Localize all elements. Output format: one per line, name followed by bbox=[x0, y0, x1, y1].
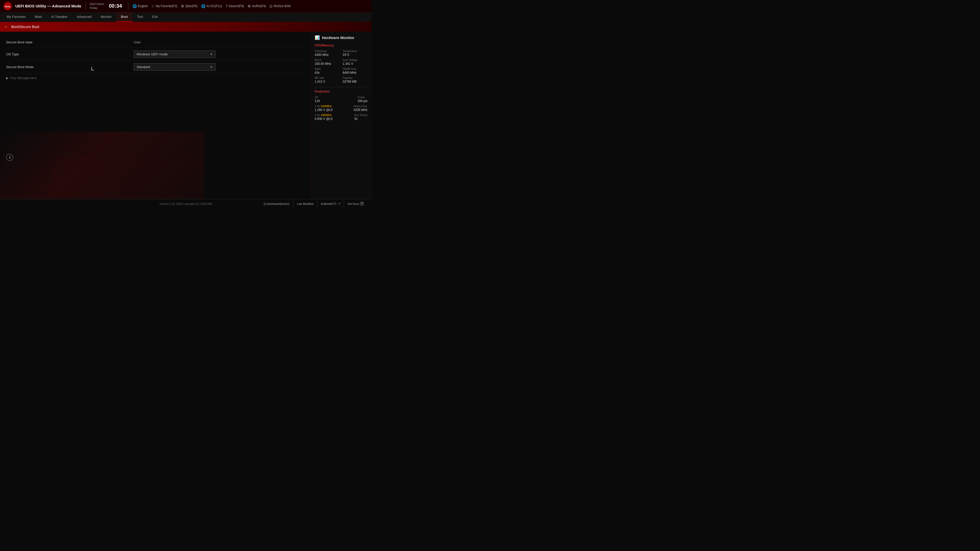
pred-v-5205: V for 5205MHz 1.260 V @L5 bbox=[315, 105, 332, 112]
stat-core-voltage: Core Voltage 1.341 V bbox=[343, 59, 368, 65]
shortcut-aioc[interactable]: 🌐 AI OC(F11) bbox=[201, 4, 222, 8]
os-type-dropdown[interactable]: Windows UEFI mode ▼ bbox=[134, 51, 215, 58]
nav-main[interactable]: Main bbox=[30, 12, 46, 22]
nav-monitor[interactable]: Monitor bbox=[96, 12, 116, 22]
stat-temperature-label: Temperature bbox=[343, 50, 368, 52]
nav-advanced[interactable]: Advanced bbox=[72, 12, 96, 22]
stat-core-voltage-value: 1.341 V bbox=[343, 62, 368, 65]
datetime-display: 09/27/2024 Friday bbox=[90, 2, 104, 10]
cpu-memory-stats-grid: Frequency 4300 MHz Temperature 33°C BCLK… bbox=[315, 50, 368, 83]
breadcrumb: ← Boot\Secure Boot bbox=[0, 22, 372, 32]
pred-v-5205-label: V for 5205MHz bbox=[315, 105, 332, 108]
resizebar-icon: ⊡ bbox=[269, 4, 272, 8]
footer-version: Version 2.22.1284 Copyright (C) 2024 AMI bbox=[159, 202, 212, 205]
key-management-label: Key Management bbox=[11, 76, 37, 80]
shortcut-search[interactable]: ? Search(F9) bbox=[226, 4, 244, 8]
secure-boot-state-label: Secure Boot state bbox=[6, 40, 134, 44]
app-title: UEFI BIOS Utility — Advanced Mode bbox=[15, 4, 81, 8]
footer-hotkeys-button[interactable]: Hot Keys ? bbox=[344, 199, 368, 208]
pred-cooler-label: Cooler bbox=[358, 96, 368, 99]
stat-bclk-label: BCLK bbox=[315, 59, 340, 62]
stat-mc-volt-label: MC Volt. bbox=[315, 76, 340, 79]
svg-text:ROG: ROG bbox=[5, 5, 11, 8]
submenu-arrow-icon: ▶ bbox=[6, 76, 8, 80]
content-area: Secure Boot state User OS Type Windows U… bbox=[0, 32, 310, 199]
secure-boot-mode-value: Standard bbox=[137, 65, 150, 69]
fan-icon: ⚙ bbox=[181, 4, 184, 8]
info-area: ℹ bbox=[6, 154, 304, 161]
pred-5205mhz-highlight: 5205MHz bbox=[321, 105, 332, 108]
pred-sp-value: 119 bbox=[315, 99, 320, 103]
shortcut-search-label: Search(F9) bbox=[229, 4, 244, 8]
nav-tool[interactable]: Tool bbox=[132, 12, 148, 22]
nav-exit[interactable]: Exit bbox=[148, 12, 162, 22]
prediction-row-4300mhz: V for 4300MHz 0.930 V @L5 Dos Thresh 91 bbox=[315, 114, 368, 121]
os-type-dropdown-arrow: ▼ bbox=[210, 53, 213, 56]
pred-heavy-freq: Heavy Freq 5205 MHz bbox=[353, 105, 368, 112]
globe-icon: 🌐 bbox=[132, 4, 137, 8]
stat-temperature: Temperature 33°C bbox=[343, 50, 368, 57]
header-shortcuts: 🌐 English ☆ My Favorite(F3) ⚙ Qfan(F6) 🌐… bbox=[132, 4, 291, 8]
stat-bclk-value: 100.00 MHz bbox=[315, 62, 340, 65]
ezmode-arrow-icon: ⊣ bbox=[337, 202, 340, 206]
shortcut-aura-label: AURA(F4) bbox=[252, 4, 266, 8]
shortcut-resizebar[interactable]: ⊡ ReSize BAR bbox=[269, 4, 291, 8]
hw-monitor-title: 📊 Hardware Monitor bbox=[315, 35, 368, 40]
nav-boot[interactable]: Boot bbox=[116, 12, 132, 22]
shortcut-aura[interactable]: ⚙ AURA(F4) bbox=[248, 4, 266, 8]
nav-ai-tweaker[interactable]: Ai Tweaker bbox=[47, 12, 72, 22]
pred-cooler-value: 166 pts bbox=[358, 99, 368, 103]
stat-dram-freq-value: 6400 MHz bbox=[343, 71, 368, 75]
key-management-submenu[interactable]: ▶ Key Management bbox=[6, 73, 304, 83]
os-type-value: Windows UEFI mode bbox=[137, 52, 168, 56]
stat-mc-volt: MC Volt. 1.412 V bbox=[315, 76, 340, 83]
prediction-section-title: Prediction bbox=[315, 90, 368, 94]
breadcrumb-back-button[interactable]: ← bbox=[4, 24, 8, 29]
header-bar: ROG UEFI BIOS Utility — Advanced Mode 09… bbox=[0, 0, 372, 12]
footer-last-modified-button[interactable]: Last Modified bbox=[293, 199, 317, 208]
footer-bar: Version 2.22.1284 Copyright (C) 2024 AMI… bbox=[0, 199, 372, 208]
secure-boot-mode-dropdown[interactable]: Standard ▼ bbox=[134, 63, 215, 71]
navigation-bar: My Favorites Main Ai Tweaker Advanced Mo… bbox=[0, 12, 372, 22]
shortcut-myfavorite[interactable]: ☆ My Favorite(F3) bbox=[151, 4, 177, 8]
pred-sp: SP 119 bbox=[315, 96, 320, 103]
stat-capacity-value: 32768 MB bbox=[343, 80, 368, 83]
nav-my-favorites[interactable]: My Favorites bbox=[2, 12, 30, 22]
shortcut-qfan[interactable]: ⚙ Qfan(F6) bbox=[181, 4, 197, 8]
hw-monitor-icon: 📊 bbox=[315, 35, 320, 40]
pred-v-4300-label: V for 4300MHz bbox=[315, 114, 332, 117]
pred-dos-thresh-label: Dos Thresh bbox=[354, 114, 368, 117]
stat-dram-freq: DRAM Freq. 6400 MHz bbox=[343, 68, 368, 75]
info-icon[interactable]: ℹ bbox=[6, 154, 13, 161]
stat-frequency: Frequency 4300 MHz bbox=[315, 50, 340, 57]
footer-ezmode-button[interactable]: EzMode(F7) ⊣ bbox=[317, 199, 344, 208]
pred-dos-thresh-value: 91 bbox=[354, 117, 368, 121]
stat-ratio-value: 43x bbox=[315, 71, 340, 75]
prediction-row-sp-cooler: SP 119 Cooler 166 pts bbox=[315, 96, 368, 103]
stat-bclk: BCLK 100.00 MHz bbox=[315, 59, 340, 65]
hotkeys-badge: ? bbox=[360, 202, 364, 206]
setting-row-secure-boot-mode: Secure Boot Mode Standard ▼ bbox=[6, 61, 304, 73]
stat-frequency-value: 4300 MHz bbox=[315, 53, 340, 57]
stat-frequency-label: Frequency bbox=[315, 50, 340, 52]
cpu-memory-section-title: CPU/Memory bbox=[315, 44, 368, 47]
shortcut-resizebar-label: ReSize BAR bbox=[274, 4, 291, 8]
footer-qdashboard-button[interactable]: Q-Dashboard(Insert) bbox=[260, 199, 293, 208]
stat-dram-freq-label: DRAM Freq. bbox=[343, 68, 368, 70]
shortcut-english[interactable]: 🌐 English bbox=[132, 4, 148, 8]
shortcut-myfavorite-label: My Favorite(F3) bbox=[156, 4, 177, 8]
shortcut-aioc-label: AI OC(F11) bbox=[207, 4, 222, 8]
secure-boot-mode-dropdown-arrow: ▼ bbox=[210, 65, 213, 68]
main-layout: Secure Boot state User OS Type Windows U… bbox=[0, 32, 372, 199]
time-display: 00:34 bbox=[109, 3, 122, 9]
pred-dos-thresh: Dos Thresh 91 bbox=[354, 114, 368, 121]
footer-actions: Q-Dashboard(Insert) Last Modified EzMode… bbox=[260, 199, 368, 208]
pred-v-4300-value: 0.930 V @L5 bbox=[315, 117, 332, 121]
stat-capacity: Capacity 32768 MB bbox=[343, 76, 368, 83]
pred-sp-label: SP bbox=[315, 96, 320, 99]
ai-icon: 🌐 bbox=[201, 4, 205, 8]
favorite-icon: ☆ bbox=[151, 4, 155, 8]
pred-v-4300: V for 4300MHz 0.930 V @L5 bbox=[315, 114, 332, 121]
rog-logo-icon: ROG bbox=[3, 2, 12, 11]
pred-heavy-freq-value: 5205 MHz bbox=[353, 108, 368, 112]
